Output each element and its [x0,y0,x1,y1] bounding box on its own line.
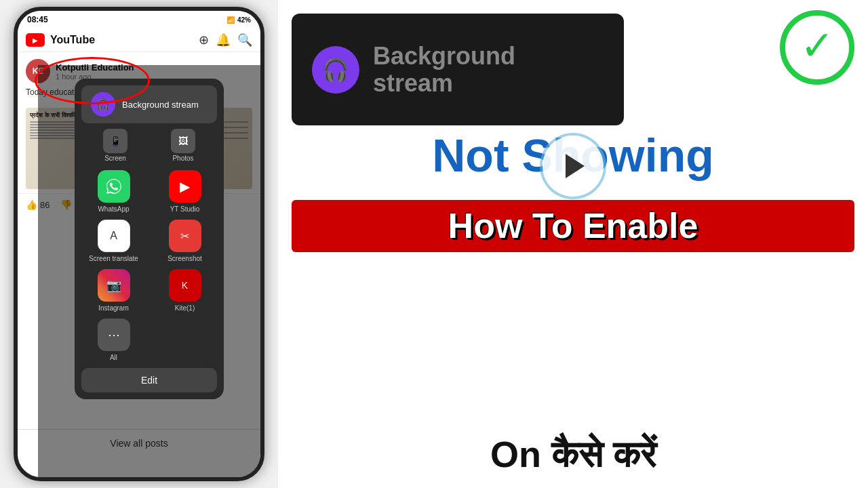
edit-button[interactable]: Edit [81,368,217,392]
photos-icon: 🖼 [171,129,195,153]
search-icon[interactable]: 🔍 [237,33,252,47]
screen-label: Screen [104,155,126,162]
instagram-icon: 📷 [98,269,130,302]
cast-icon[interactable]: ⊕ [199,33,209,47]
preview-headphones-icon: 🎧 [312,46,359,94]
yt-studio-icon: ▶ [169,170,201,203]
screen-item[interactable]: 📱 Screen [103,129,127,162]
photos-label: Photos [172,155,193,162]
how-to-enable-text: How To Enable [292,207,854,245]
whatsapp-label: WhatsApp [98,205,129,213]
bg-stream-label: Background stream [122,100,199,110]
yt-header: YouTube ⊕ 🔔 🔍 [18,28,260,52]
whatsapp-icon [98,170,130,203]
phone-screen: 08:45 📶 42% YouTube ⊕ 🔔 🔍 KE [18,11,260,477]
kite-label: Kite(1) [175,304,195,312]
share-sheet: 🎧 Background stream 📱 Screen 🖼 Photos [75,79,224,399]
signal-icon: 📶 [226,16,235,24]
app-grid: WhatsApp ▶ YT Studio A Screen translate [81,167,217,364]
all-apps-item[interactable]: ⋯ All [81,319,146,361]
status-time: 08:45 [27,15,48,24]
checkmark-circle: ✓ [780,10,854,85]
share-overlay: 🎧 Background stream 📱 Screen 🖼 Photos [38,65,260,477]
youtube-logo-icon [26,33,45,47]
status-icons: 📶 42% [226,16,251,24]
left-panel: 08:45 📶 42% YouTube ⊕ 🔔 🔍 KE [0,0,278,488]
whatsapp-item[interactable]: WhatsApp [81,170,146,213]
all-apps-icon: ⋯ [98,319,130,351]
screenshot-icon: ✂ [169,220,201,252]
yt-studio-item[interactable]: ▶ YT Studio [153,170,217,213]
screen-translate-label: Screen translate [89,255,138,262]
screenshot-label: Screenshot [167,255,202,262]
youtube-title: YouTube [50,34,95,46]
all-apps-label: All [110,354,117,361]
kite-icon: K [169,269,201,302]
bg-stream-preview-text: Backgroundstream [373,43,515,96]
bg-stream-preview: 🎧 Backgroundstream [292,14,624,125]
phone-frame: 08:45 📶 42% YouTube ⊕ 🔔 🔍 KE [14,7,264,481]
play-button[interactable] [542,136,604,197]
yt-header-actions: ⊕ 🔔 🔍 [199,33,252,47]
screen-icon: 📱 [103,129,127,153]
share-screen-photos-row: 📱 Screen 🖼 Photos [81,129,217,162]
instagram-item[interactable]: 📷 Instagram [81,269,146,312]
instagram-label: Instagram [98,304,128,312]
checkmark-icon: ✓ [800,26,834,66]
screen-translate-item[interactable]: A Screen translate [81,220,146,262]
screenshot-item[interactable]: ✂ Screenshot [153,220,217,262]
hindi-text: On कैसे करें [292,434,854,474]
status-bar: 08:45 📶 42% [18,11,260,28]
background-stream-item[interactable]: 🎧 Background stream [81,85,217,123]
how-to-enable-banner: How To Enable [292,200,854,252]
notification-icon[interactable]: 🔔 [216,33,231,47]
headphones-icon: 🎧 [91,92,115,117]
kite-item[interactable]: K Kite(1) [153,269,217,312]
thumbs-up-icon: 👍 [26,199,37,210]
yt-studio-label: YT Studio [170,205,200,213]
battery-icon: 42% [237,16,251,24]
play-triangle-icon [566,154,585,178]
photos-item[interactable]: 🖼 Photos [171,129,195,162]
screen-translate-icon: A [98,220,130,252]
right-panel: 🎧 Backgroundstream ✓ Not Showing How To … [278,0,868,488]
